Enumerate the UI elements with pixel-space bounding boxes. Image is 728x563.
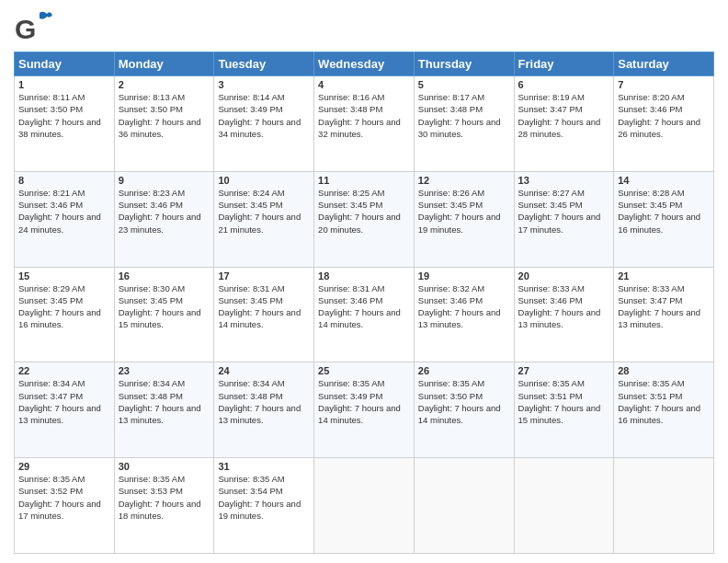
day-number: 16: [119, 270, 210, 282]
day-number: 19: [418, 270, 510, 282]
calendar-cell: 23 Sunrise: 8:34 AMSunset: 3:48 PMDaylig…: [114, 362, 214, 458]
calendar-cell: 14 Sunrise: 8:28 AMSunset: 3:45 PMDaylig…: [614, 171, 714, 267]
weekday-header-friday: Friday: [514, 52, 614, 76]
calendar-cell: 7 Sunrise: 8:20 AMSunset: 3:46 PMDayligh…: [614, 76, 714, 172]
header: G: [14, 9, 714, 44]
calendar-cell: 3 Sunrise: 8:14 AMSunset: 3:49 PMDayligh…: [214, 76, 314, 172]
day-number: 4: [318, 79, 410, 90]
cell-content: Sunrise: 8:17 AMSunset: 3:48 PMDaylight:…: [418, 91, 510, 140]
cell-content: Sunrise: 8:35 AMSunset: 3:51 PMDaylight:…: [518, 377, 610, 426]
svg-text:G: G: [15, 14, 36, 44]
calendar-cell: 11 Sunrise: 8:25 AMSunset: 3:45 PMDaylig…: [314, 171, 415, 267]
cell-content: Sunrise: 8:35 AMSunset: 3:50 PMDaylight:…: [418, 377, 510, 426]
cell-content: Sunrise: 8:24 AMSunset: 3:45 PMDaylight:…: [218, 187, 310, 236]
cell-content: Sunrise: 8:31 AMSunset: 3:45 PMDaylight:…: [218, 282, 310, 331]
calendar-cell: 31 Sunrise: 8:35 AMSunset: 3:54 PMDaylig…: [214, 458, 314, 554]
weekday-header-row: SundayMondayTuesdayWednesdayThursdayFrid…: [15, 52, 714, 76]
day-number: 10: [218, 175, 310, 186]
day-number: 5: [418, 79, 510, 90]
calendar-cell: [614, 458, 714, 554]
day-number: 31: [218, 461, 310, 472]
day-number: 26: [418, 365, 510, 376]
calendar-week-row: 15 Sunrise: 8:29 AMSunset: 3:45 PMDaylig…: [15, 267, 714, 362]
weekday-header-thursday: Thursday: [414, 52, 514, 76]
calendar-cell: 4 Sunrise: 8:16 AMSunset: 3:48 PMDayligh…: [314, 76, 415, 172]
calendar-week-row: 22 Sunrise: 8:34 AMSunset: 3:47 PMDaylig…: [15, 362, 714, 458]
day-number: 25: [318, 365, 410, 376]
cell-content: Sunrise: 8:31 AMSunset: 3:46 PMDaylight:…: [318, 282, 410, 331]
calendar-cell: 25 Sunrise: 8:35 AMSunset: 3:49 PMDaylig…: [314, 362, 415, 458]
weekday-header-sunday: Sunday: [15, 52, 115, 76]
calendar-cell: [314, 458, 415, 554]
calendar-cell: 29 Sunrise: 8:35 AMSunset: 3:52 PMDaylig…: [15, 458, 115, 554]
cell-content: Sunrise: 8:26 AMSunset: 3:45 PMDaylight:…: [418, 187, 510, 236]
logo: G: [14, 9, 59, 44]
cell-content: Sunrise: 8:25 AMSunset: 3:45 PMDaylight:…: [318, 187, 410, 236]
calendar-cell: 5 Sunrise: 8:17 AMSunset: 3:48 PMDayligh…: [414, 76, 514, 172]
day-number: 17: [218, 270, 310, 282]
calendar-cell: 10 Sunrise: 8:24 AMSunset: 3:45 PMDaylig…: [214, 171, 314, 267]
calendar-cell: 26 Sunrise: 8:35 AMSunset: 3:50 PMDaylig…: [414, 362, 514, 458]
calendar-cell: [414, 458, 514, 554]
calendar-cell: 27 Sunrise: 8:35 AMSunset: 3:51 PMDaylig…: [514, 362, 614, 458]
day-number: 2: [119, 79, 210, 90]
calendar-cell: 20 Sunrise: 8:33 AMSunset: 3:46 PMDaylig…: [514, 267, 614, 362]
day-number: 23: [119, 365, 210, 376]
cell-content: Sunrise: 8:35 AMSunset: 3:52 PMDaylight:…: [18, 473, 110, 522]
calendar-cell: 24 Sunrise: 8:34 AMSunset: 3:48 PMDaylig…: [214, 362, 314, 458]
cell-content: Sunrise: 8:33 AMSunset: 3:47 PMDaylight:…: [618, 282, 710, 331]
day-number: 22: [18, 365, 110, 376]
calendar-week-row: 1 Sunrise: 8:11 AMSunset: 3:50 PMDayligh…: [15, 76, 714, 172]
day-number: 15: [18, 270, 110, 282]
cell-content: Sunrise: 8:21 AMSunset: 3:46 PMDaylight:…: [18, 187, 110, 236]
day-number: 21: [618, 270, 710, 282]
calendar-cell: 18 Sunrise: 8:31 AMSunset: 3:46 PMDaylig…: [314, 267, 415, 362]
calendar-cell: 28 Sunrise: 8:35 AMSunset: 3:51 PMDaylig…: [614, 362, 714, 458]
day-number: 9: [119, 175, 210, 186]
cell-content: Sunrise: 8:27 AMSunset: 3:45 PMDaylight:…: [518, 187, 610, 236]
day-number: 30: [119, 461, 210, 472]
cell-content: Sunrise: 8:16 AMSunset: 3:48 PMDaylight:…: [318, 91, 410, 140]
day-number: 1: [18, 79, 110, 90]
calendar-cell: 9 Sunrise: 8:23 AMSunset: 3:46 PMDayligh…: [114, 171, 214, 267]
calendar-cell: 12 Sunrise: 8:26 AMSunset: 3:45 PMDaylig…: [414, 171, 514, 267]
calendar-cell: 8 Sunrise: 8:21 AMSunset: 3:46 PMDayligh…: [15, 171, 115, 267]
cell-content: Sunrise: 8:32 AMSunset: 3:46 PMDaylight:…: [418, 282, 510, 331]
calendar-cell: 6 Sunrise: 8:19 AMSunset: 3:47 PMDayligh…: [514, 76, 614, 172]
cell-content: Sunrise: 8:34 AMSunset: 3:47 PMDaylight:…: [18, 377, 110, 426]
calendar-cell: 30 Sunrise: 8:35 AMSunset: 3:53 PMDaylig…: [114, 458, 214, 554]
cell-content: Sunrise: 8:20 AMSunset: 3:46 PMDaylight:…: [618, 91, 710, 140]
cell-content: Sunrise: 8:14 AMSunset: 3:49 PMDaylight:…: [218, 91, 310, 140]
cell-content: Sunrise: 8:23 AMSunset: 3:46 PMDaylight:…: [119, 187, 210, 236]
cell-content: Sunrise: 8:34 AMSunset: 3:48 PMDaylight:…: [218, 377, 310, 426]
weekday-header-wednesday: Wednesday: [314, 52, 415, 76]
calendar-week-row: 8 Sunrise: 8:21 AMSunset: 3:46 PMDayligh…: [15, 171, 714, 267]
day-number: 14: [618, 175, 710, 186]
calendar-cell: 17 Sunrise: 8:31 AMSunset: 3:45 PMDaylig…: [214, 267, 314, 362]
day-number: 28: [618, 365, 710, 376]
day-number: 8: [18, 175, 110, 186]
calendar-cell: 13 Sunrise: 8:27 AMSunset: 3:45 PMDaylig…: [514, 171, 614, 267]
cell-content: Sunrise: 8:11 AMSunset: 3:50 PMDaylight:…: [18, 91, 110, 140]
cell-content: Sunrise: 8:35 AMSunset: 3:49 PMDaylight:…: [318, 377, 410, 426]
calendar-table: SundayMondayTuesdayWednesdayThursdayFrid…: [14, 52, 714, 554]
calendar-week-row: 29 Sunrise: 8:35 AMSunset: 3:52 PMDaylig…: [15, 458, 714, 554]
cell-content: Sunrise: 8:13 AMSunset: 3:50 PMDaylight:…: [119, 91, 210, 140]
day-number: 13: [518, 175, 610, 186]
calendar-cell: 21 Sunrise: 8:33 AMSunset: 3:47 PMDaylig…: [614, 267, 714, 362]
day-number: 3: [218, 79, 310, 90]
cell-content: Sunrise: 8:28 AMSunset: 3:45 PMDaylight:…: [618, 187, 710, 236]
day-number: 27: [518, 365, 610, 376]
weekday-header-saturday: Saturday: [614, 52, 714, 76]
cell-content: Sunrise: 8:35 AMSunset: 3:54 PMDaylight:…: [218, 473, 310, 522]
day-number: 18: [318, 270, 410, 282]
calendar-cell: [514, 458, 614, 554]
calendar-cell: 19 Sunrise: 8:32 AMSunset: 3:46 PMDaylig…: [414, 267, 514, 362]
calendar-cell: 22 Sunrise: 8:34 AMSunset: 3:47 PMDaylig…: [15, 362, 115, 458]
day-number: 7: [618, 79, 710, 90]
calendar-cell: 15 Sunrise: 8:29 AMSunset: 3:45 PMDaylig…: [15, 267, 115, 362]
calendar-cell: 2 Sunrise: 8:13 AMSunset: 3:50 PMDayligh…: [114, 76, 214, 172]
cell-content: Sunrise: 8:35 AMSunset: 3:51 PMDaylight:…: [618, 377, 710, 426]
cell-content: Sunrise: 8:29 AMSunset: 3:45 PMDaylight:…: [18, 282, 110, 331]
cell-content: Sunrise: 8:35 AMSunset: 3:53 PMDaylight:…: [119, 473, 210, 522]
